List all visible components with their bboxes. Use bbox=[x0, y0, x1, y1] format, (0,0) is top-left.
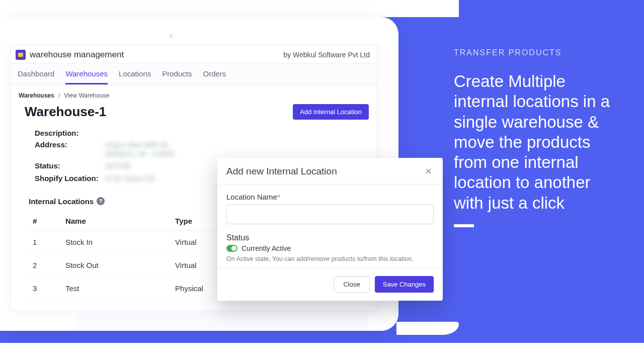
app-titlebar: warehouse management by Webkul Software … bbox=[11, 46, 377, 63]
tab-orders[interactable]: Orders bbox=[203, 66, 226, 84]
tab-dashboard[interactable]: Dashboard bbox=[18, 66, 54, 84]
label-description: Description: bbox=[35, 129, 105, 137]
status-hint: On Active state, You can add/remove prod… bbox=[226, 255, 434, 262]
cell-name: Stock In bbox=[61, 230, 171, 253]
save-changes-button[interactable]: Save Changes bbox=[375, 276, 434, 293]
promo-panel: TRANSFER PRODUCTS Create Multiple intern… bbox=[454, 48, 615, 227]
cell-name: Test bbox=[61, 277, 171, 300]
close-button[interactable]: Close bbox=[334, 276, 369, 293]
address-line1: mayur vihar delhi 91 bbox=[105, 140, 175, 149]
page-title: Warehouse-1 bbox=[25, 104, 106, 120]
required-mark: * bbox=[277, 193, 280, 201]
promo-heading: Create Multiple internal locations in a … bbox=[454, 71, 615, 213]
add-location-modal: Add new Internal Location × Location Nam… bbox=[217, 158, 443, 301]
status-heading: Status bbox=[226, 233, 434, 242]
modal-body: Location Name* Status Currently Active O… bbox=[217, 185, 443, 267]
cell-name: Stock Out bbox=[61, 253, 171, 277]
label-address: Address: bbox=[35, 140, 105, 149]
app-name: warehouse management bbox=[30, 50, 124, 60]
app-tabs: Dashboard Warehouses Locations Products … bbox=[11, 63, 377, 85]
modal-title: Add new Internal Location bbox=[226, 166, 337, 177]
top-white-strip bbox=[0, 0, 459, 17]
value-shopify-location: H-28, Sector 63 bbox=[105, 174, 154, 183]
location-name-input[interactable] bbox=[226, 204, 434, 224]
help-icon[interactable]: ? bbox=[97, 197, 105, 205]
app-vendor: by Webkul Software Pvt Ltd bbox=[283, 51, 370, 59]
app-logo-icon bbox=[16, 50, 26, 60]
section-title-text: Internal Locations bbox=[29, 197, 94, 206]
add-internal-location-button[interactable]: Add Internal Location bbox=[293, 104, 369, 120]
address-line2: Delhi(DL), IN · 110091 bbox=[105, 149, 175, 158]
breadcrumb-current: View Warehouse bbox=[64, 92, 109, 99]
breadcrumb-sep: / bbox=[58, 92, 60, 99]
label-shopify-location: Shopify Location: bbox=[35, 174, 105, 183]
cell-idx: 1 bbox=[29, 230, 61, 253]
tab-warehouses[interactable]: Warehouses bbox=[65, 66, 108, 84]
col-idx: # bbox=[29, 212, 61, 231]
location-name-label-text: Location Name bbox=[226, 193, 277, 201]
location-name-label: Location Name* bbox=[226, 193, 434, 201]
cell-idx: 3 bbox=[29, 277, 61, 300]
status-toggle-label: Currently Active bbox=[242, 244, 291, 252]
bottom-white-strip bbox=[0, 343, 644, 362]
tab-products[interactable]: Products bbox=[162, 66, 192, 84]
page-header: Warehouse-1 Add Internal Location bbox=[11, 102, 377, 127]
device-camera-dot bbox=[169, 34, 173, 38]
modal-footer: Close Save Changes bbox=[217, 267, 443, 301]
value-status: ACTIVE bbox=[105, 161, 131, 170]
breadcrumb-root[interactable]: Warehouses bbox=[19, 92, 54, 99]
promo-underline bbox=[454, 224, 474, 227]
device-lip bbox=[396, 322, 459, 335]
promo-eyebrow: TRANSFER PRODUCTS bbox=[454, 48, 615, 57]
tab-locations[interactable]: Locations bbox=[119, 66, 151, 84]
close-icon[interactable]: × bbox=[423, 166, 434, 177]
device-stand bbox=[75, 313, 367, 331]
col-name: Name bbox=[61, 212, 171, 231]
breadcrumb: Warehouses / View Warehouse bbox=[11, 85, 377, 102]
status-toggle[interactable] bbox=[226, 245, 237, 252]
label-status: Status: bbox=[35, 161, 105, 170]
cell-idx: 2 bbox=[29, 253, 61, 277]
value-address: mayur vihar delhi 91 Delhi(DL), IN · 110… bbox=[105, 140, 175, 158]
modal-header: Add new Internal Location × bbox=[217, 158, 443, 185]
